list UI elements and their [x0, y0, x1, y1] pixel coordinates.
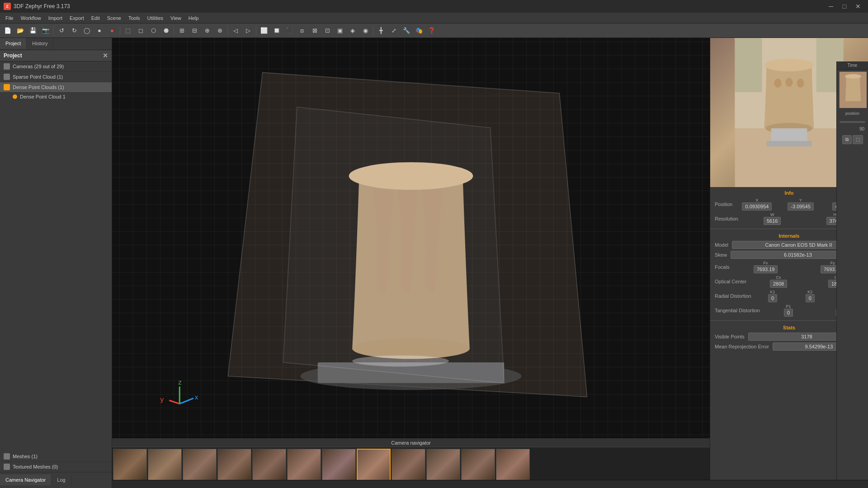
svg-text:y: y: [160, 395, 164, 403]
tb-clip4[interactable]: ⧈: [296, 25, 308, 37]
svg-marker-6: [283, 107, 504, 383]
pos-y-value: -3.09545: [788, 202, 813, 211]
tb-measure[interactable]: ⊗: [214, 25, 226, 37]
menu-workflow[interactable]: Workflow: [17, 14, 45, 22]
tree-dense1[interactable]: Dense Point Cloud 1: [0, 93, 112, 101]
tb-poly[interactable]: ⬡: [147, 25, 159, 37]
tb-dot[interactable]: ●: [94, 25, 105, 37]
svg-rect-18: [767, 141, 812, 146]
svg-line-7: [179, 398, 193, 404]
cx-group: Cx 2808: [750, 275, 807, 288]
pos-y-label: Y: [799, 198, 802, 202]
tb-clip6[interactable]: ⊡: [321, 25, 333, 37]
app-title-text: 3DF Zephyr Free 3.173: [14, 3, 70, 9]
viewport-3d[interactable]: x z y: [112, 38, 710, 438]
position-sub-label: position: [837, 109, 868, 117]
menu-scene[interactable]: Scene: [104, 14, 125, 22]
tb-extra2[interactable]: ⤢: [388, 25, 400, 37]
menu-utilities[interactable]: Utilities: [144, 14, 167, 22]
tb-clip[interactable]: ⬜: [258, 25, 270, 37]
tb-rot[interactable]: ⊕: [201, 25, 213, 37]
svg-rect-23: [735, 38, 762, 92]
bottom-panel-tabs: Camera Navigator Log: [0, 472, 112, 488]
menu-view[interactable]: View: [167, 14, 185, 22]
tb-circle[interactable]: ◯: [81, 25, 93, 37]
pos-x-value: 0.0930954: [742, 202, 772, 211]
menu-file[interactable]: File: [2, 14, 17, 22]
dense-icon: [4, 84, 10, 90]
tb-scale[interactable]: ⊟: [189, 25, 200, 37]
cx-label: Cx: [776, 275, 781, 280]
tb-save[interactable]: 💾: [27, 25, 39, 37]
menu-edit[interactable]: Edit: [88, 14, 104, 22]
menu-tools[interactable]: Tools: [125, 14, 144, 22]
tb-open[interactable]: 📂: [14, 25, 26, 37]
toolbar: 📄 📂 💾 📷 ↺ ↻ ◯ ● ● ⬚ ◻ ⬡ ⬣ ⊞ ⊟ ⊕ ⊗ ◁ ▷ ⬜ …: [0, 23, 868, 38]
minimize-button[interactable]: ─: [825, 0, 837, 13]
value-90: 90: [839, 127, 866, 131]
tb-brush[interactable]: ⬣: [160, 25, 172, 37]
tb-sep4: [227, 26, 228, 35]
close-button[interactable]: ✕: [852, 0, 864, 13]
time-header: Time: [837, 61, 868, 70]
tab-project[interactable]: Project: [0, 38, 27, 50]
k1-label: K1: [770, 290, 775, 294]
tb-extra1[interactable]: ╋: [375, 25, 387, 37]
tb-lasso[interactable]: ◻: [135, 25, 146, 37]
meshes-label: Meshes (1): [13, 454, 38, 459]
tb-clip2[interactable]: 🔲: [271, 25, 283, 37]
svg-rect-17: [771, 128, 807, 142]
tangential-label: Tangential Distortion: [713, 307, 762, 314]
camera-nav-header: Camera navigator: [112, 439, 710, 447]
menu-import[interactable]: Import: [45, 14, 66, 22]
p1-value: 0: [784, 309, 793, 317]
pos-y-group: Y -3.09545: [780, 198, 822, 211]
k2-value: 0: [806, 294, 815, 302]
tb-undo[interactable]: ◁: [230, 25, 241, 37]
tree-sparse[interactable]: Sparse Point Cloud (1): [0, 72, 112, 82]
tb-red-dot[interactable]: ●: [106, 25, 118, 37]
tb-extra3[interactable]: 🔧: [401, 25, 412, 37]
slider-track[interactable]: [840, 121, 865, 123]
k1-value: 0: [768, 294, 777, 302]
menu-export[interactable]: Export: [66, 14, 88, 22]
tb-extra4[interactable]: 🎭: [413, 25, 425, 37]
tb-clip3[interactable]: ⬛: [283, 25, 295, 37]
res-w-group: W 5616: [742, 212, 803, 225]
tb-extra5[interactable]: ❓: [426, 25, 438, 37]
maximize-button[interactable]: □: [838, 0, 851, 13]
meshes-icon: [4, 453, 10, 460]
tb-new[interactable]: 📄: [2, 25, 14, 37]
tree-dense[interactable]: Dense Point Clouds (1): [0, 82, 112, 93]
tb-clip5[interactable]: ⊠: [309, 25, 321, 37]
paste-button[interactable]: ⬚: [853, 135, 863, 144]
svg-point-21: [797, 79, 804, 88]
tb-move[interactable]: ⊞: [176, 25, 188, 37]
tb-redo[interactable]: ▷: [242, 25, 254, 37]
tb-clip9[interactable]: ◉: [359, 25, 371, 37]
tab-camera-navigator[interactable]: Camera Navigator: [0, 474, 52, 486]
tb-rotate[interactable]: ↺: [56, 25, 67, 37]
pos-x-label: X: [755, 198, 758, 202]
tree-cameras[interactable]: Cameras (29 out of 29): [0, 61, 112, 72]
optical-label: Optical Center: [713, 278, 748, 285]
tb-select[interactable]: ⬚: [122, 25, 134, 37]
copy-button[interactable]: ⧉: [842, 135, 852, 144]
tb-rotate2[interactable]: ↻: [68, 25, 80, 37]
tab-log[interactable]: Log: [52, 474, 71, 486]
left-panel-close[interactable]: ✕: [103, 52, 108, 59]
svg-line-9: [169, 400, 179, 404]
tb-sep5: [256, 26, 256, 35]
bottom-tabs-row: Camera Navigator Log: [0, 474, 112, 486]
tree-textured[interactable]: Textured Meshes (0): [0, 462, 112, 472]
resolution-label: Resolution: [713, 215, 740, 222]
tb-camera-add[interactable]: 📷: [40, 25, 52, 37]
tab-history[interactable]: History: [27, 38, 53, 50]
mini-thumb-svg: [840, 72, 867, 108]
sparse-icon: [4, 74, 10, 80]
fx-group: Fx 7693.19: [733, 261, 798, 273]
tree-meshes[interactable]: Meshes (1): [0, 451, 112, 462]
tb-clip8[interactable]: ◈: [347, 25, 359, 37]
menu-help[interactable]: Help: [185, 14, 203, 22]
tb-clip7[interactable]: ▣: [334, 25, 346, 37]
